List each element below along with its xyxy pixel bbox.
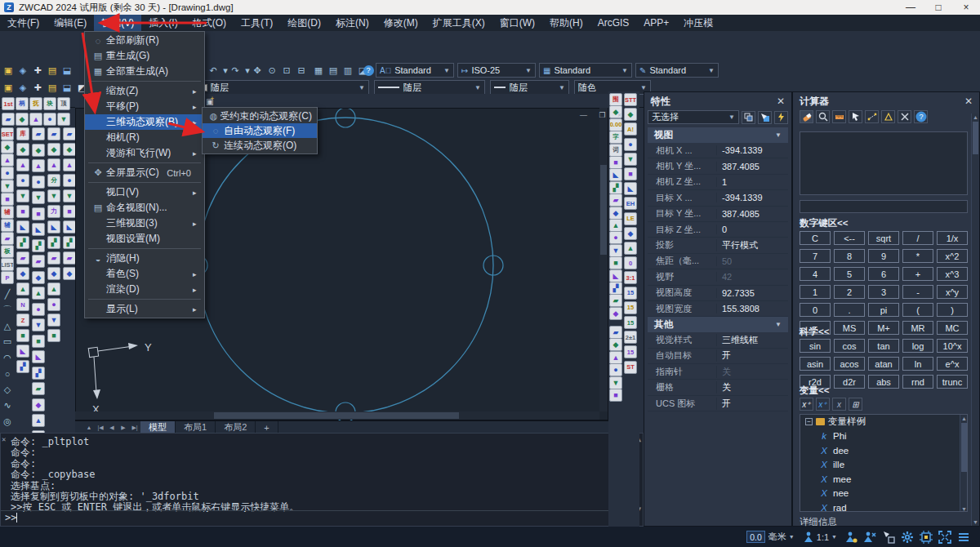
tool-icon[interactable]: ⬓	[60, 81, 74, 94]
calc-distance-icon[interactable]	[865, 110, 879, 123]
tool-icon[interactable]: ■	[609, 389, 622, 402]
help-icon[interactable]: ?	[362, 64, 375, 77]
tab-布局1[interactable]: 布局1	[176, 421, 216, 434]
variables-label[interactable]: 变量<<	[800, 385, 829, 397]
command-input[interactable]: >>	[1, 510, 631, 524]
tool-icon[interactable]: ▲	[32, 287, 45, 300]
property-value[interactable]: -394.1339	[716, 145, 788, 155]
redo-icon[interactable]: ↷	[229, 64, 242, 77]
zoom-realtime-icon[interactable]: ⊙	[265, 64, 278, 77]
undo-icon[interactable]: ↶	[207, 64, 220, 77]
calc-button-MC[interactable]: MC	[937, 321, 968, 335]
menubar-item-工具T[interactable]: 工具(T)	[234, 15, 280, 31]
tool-icon[interactable]: 字	[609, 131, 622, 144]
tool-icon[interactable]: ●	[624, 138, 637, 151]
tool-icon[interactable]: ◣	[32, 350, 45, 363]
canvas-vscrollbar[interactable]	[599, 108, 608, 411]
tool-icon[interactable]: ◈	[16, 81, 29, 94]
canvas-hscrollbar[interactable]	[75, 411, 599, 420]
menubar-item-视图V[interactable]: 视图(V)	[94, 15, 141, 31]
calculator-input-box[interactable]	[800, 200, 968, 213]
menubar-item-格式O[interactable]: 格式(O)	[185, 15, 234, 31]
draw-tool-icon[interactable]: ∿	[1, 399, 14, 412]
tool-icon[interactable]: ▞	[16, 360, 29, 373]
tool-icon[interactable]: ▼	[1, 180, 14, 193]
calc-getpoint-icon[interactable]	[849, 110, 862, 123]
tool-icon[interactable]: ▲	[47, 158, 60, 171]
calc-button-e^x[interactable]: e^x	[937, 357, 968, 371]
tool-icon[interactable]: 抚	[29, 97, 42, 110]
tool-icon[interactable]: 15	[624, 345, 637, 358]
menubar-item-插入I[interactable]: 插入(I)	[141, 15, 185, 31]
selection-combo[interactable]: 无选择▼	[648, 110, 739, 124]
tool-icon[interactable]: ◆	[16, 267, 29, 280]
tool-icon[interactable]: ●	[609, 231, 622, 244]
tool-icon[interactable]: 3:1	[624, 271, 637, 284]
tool-icon[interactable]: 板	[1, 245, 14, 258]
calc-button-cos[interactable]: cos	[834, 339, 865, 353]
menu-item-消隐H[interactable]: ◒ 消隐(H)	[85, 251, 204, 266]
property-value[interactable]: 1	[716, 177, 788, 187]
submenu-item-连续动态观察O[interactable]: ↻ 连续动态观察(O)	[203, 138, 317, 153]
tool-icon[interactable]: ■	[16, 205, 29, 218]
tool-icon[interactable]: ▲	[609, 351, 622, 364]
tool-icon[interactable]: ◆	[624, 227, 637, 240]
calc-button-trunc[interactable]: trunc	[937, 375, 968, 389]
menu-item-视口V[interactable]: 视口(V) ▸	[85, 185, 204, 200]
calc-button-10^x[interactable]: 10^x	[937, 339, 968, 353]
calc-button-8[interactable]: 8	[834, 249, 865, 263]
tool-icon[interactable]: 力	[47, 205, 60, 218]
menubar-item-ArcGIS[interactable]: ArcGIS	[590, 15, 637, 31]
tool-icon[interactable]: ◣	[609, 168, 622, 181]
section-header-其他[interactable]: 其他▼	[648, 317, 788, 332]
property-value[interactable]: 387.4085	[716, 162, 788, 171]
dim-style-combo[interactable]: ↦ ISO-25▼	[457, 63, 536, 78]
tool-icon[interactable]: 15	[624, 301, 637, 314]
calc-button-atan[interactable]: atan	[868, 357, 899, 371]
property-value[interactable]: 155.3808	[716, 304, 788, 314]
tool-icon[interactable]: ▼	[16, 189, 29, 202]
tool-icon[interactable]: STT	[624, 93, 637, 106]
mleader-style-combo[interactable]: ✎ Standard▼	[635, 63, 719, 78]
tool-icon[interactable]: ▲	[32, 159, 45, 172]
tool-icon[interactable]: ▰	[47, 127, 60, 140]
calc-button-log[interactable]: log	[902, 339, 933, 353]
tool-icon[interactable]: SET	[1, 127, 14, 140]
new-view-button[interactable]: ▣+	[203, 95, 216, 108]
tool-icon[interactable]: ▞	[63, 236, 76, 249]
tab-nav-button[interactable]: ▶|	[129, 421, 140, 434]
color-combo[interactable]: 随层▼	[196, 80, 369, 95]
tool-icon[interactable]: ◆	[16, 113, 29, 126]
tool-icon[interactable]: ▼	[609, 244, 622, 257]
tool-icon[interactable]: ⬓	[60, 64, 74, 77]
tool-icon[interactable]: ▰	[32, 127, 45, 140]
tool-icon[interactable]: ◣	[63, 220, 76, 233]
calc-button-ln[interactable]: ln	[902, 357, 933, 371]
tool-icon[interactable]: ST	[624, 361, 637, 374]
tool-icon[interactable]: ▼	[63, 189, 76, 202]
settings-gear-icon[interactable]	[901, 531, 914, 544]
tool-icon[interactable]: 库	[16, 127, 29, 140]
calc-button-.[interactable]: .	[834, 303, 865, 317]
calc-button-x^y[interactable]: x^y	[937, 285, 968, 299]
calculator-history-box[interactable]	[800, 131, 968, 195]
fullscreen-icon[interactable]	[938, 531, 951, 544]
draw-tool-icon[interactable]: ◎	[1, 415, 14, 428]
tool-icon[interactable]: ◣	[624, 182, 637, 195]
menubar-item-编辑E[interactable]: 编辑(E)	[47, 15, 94, 31]
tool-icon[interactable]: ◆	[47, 143, 60, 156]
tool-icon[interactable]: ▞	[32, 367, 45, 380]
status-menu-icon[interactable]	[957, 531, 970, 544]
tool-icon[interactable]: 辅	[1, 206, 14, 219]
tool-icon[interactable]: ▤	[46, 64, 59, 77]
tool-icon[interactable]: ▰	[32, 382, 45, 395]
menu-item-显示L[interactable]: 显示(L) ▸	[85, 301, 204, 317]
numpad-label[interactable]: 数字键区<<	[800, 217, 848, 229]
tool-icon[interactable]: 0	[624, 256, 637, 269]
property-value[interactable]: 关	[716, 366, 788, 378]
menubar-item-APP+[interactable]: APP+	[636, 15, 676, 31]
menu-item-着色S[interactable]: 着色(S) ▸	[85, 266, 204, 282]
tool-icon[interactable]: ◈	[16, 64, 29, 77]
tab-nav-button[interactable]: ◀	[106, 421, 118, 434]
tool-icon[interactable]: ▲	[624, 242, 637, 255]
